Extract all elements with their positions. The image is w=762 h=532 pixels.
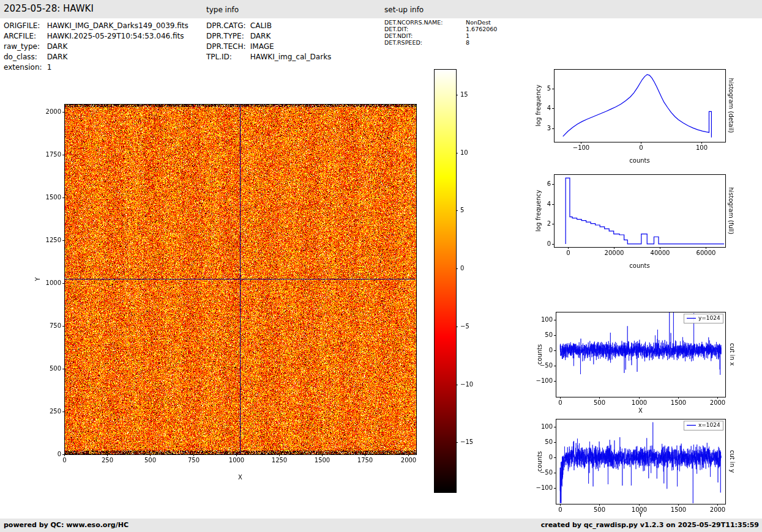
field-value: DARK [47,53,67,61]
field-label: extension: [4,62,45,73]
field-value: HAWKI_img_cal_Darks [250,53,332,61]
meta-row-det-rspeed: DET.RSPEED: 8 [384,39,497,46]
meta-row-dpr-catg: DPR.CATG: CALIB [206,21,331,31]
footer-powered-by: powered by QC: www.eso.org/HC [4,521,129,529]
histogram-detail-plot [526,58,747,171]
meta-row-raw-type: raw_type: DARK [4,42,189,52]
field-label: DPR.TECH: [206,42,248,52]
field-label: DPR.TYPE: [206,31,248,42]
field-value: 8 [466,39,469,46]
field-value: DARK [250,32,271,40]
field-value: HAWKI.2025-05-29T10:54:53.046.fits [47,32,184,40]
setup-info-heading: set-up info [384,6,424,14]
field-label: TPL.ID: [206,52,248,62]
field-label: do_class: [4,52,45,62]
cut-in-y-plot [526,407,747,519]
cut-in-x-plot [526,301,747,421]
footer-bar: powered by QC: www.eso.org/HC created by… [0,519,762,532]
field-label: DET.RSPEED: [384,39,464,46]
field-value: IMAGE [250,42,274,51]
meta-row-dpr-tech: DPR.TECH: IMAGE [206,42,331,52]
meta-row-det-dit: DET.DIT: 1.6762060 [384,26,497,32]
type-info-heading: type info [206,6,239,14]
meta-row-arcfile: ARCFILE: HAWKI.2025-05-29T10:54:53.046.f… [4,31,189,42]
field-label: DET.DIT: [384,26,464,32]
field-value: CALIB [250,21,272,30]
main-image-plot [21,78,425,488]
meta-row-extension: extension: 1 [4,62,189,73]
qc-report-page: 2025-05-28: HAWKI type info set-up info … [0,0,762,532]
field-label: ORIGFILE: [4,21,45,31]
field-label: DET.NDIT: [384,32,464,39]
colorbar [428,64,490,498]
field-label: DPR.CATG: [206,21,248,31]
field-value: 1 [47,63,52,72]
footer-created-by: created by qc_rawdisp.py v1.2.3 on 2025-… [541,521,759,529]
meta-row-dpr-type: DPR.TYPE: DARK [206,31,331,42]
field-label: DET.NCORRS.NAME: [384,19,464,26]
field-value: NonDest [466,19,491,26]
field-label: raw_type: [4,42,45,52]
meta-row-tpl-id: TPL.ID: HAWKI_img_cal_Darks [206,52,331,62]
meta-row-origfile: ORIGFILE: HAWKI_IMG_DARK_Darks149_0039.f… [4,21,189,31]
histogram-full-plot [526,163,747,276]
meta-row-do-class: do_class: DARK [4,52,189,62]
field-value: HAWKI_IMG_DARK_Darks149_0039.fits [47,21,189,30]
page-title: 2025-05-28: HAWKI [4,3,94,14]
file-info-block: ORIGFILE: HAWKI_IMG_DARK_Darks149_0039.f… [4,21,189,73]
field-value: 1.6762060 [466,26,497,32]
header-bar: 2025-05-28: HAWKI type info set-up info [0,0,762,18]
meta-row-det-ncorrs: DET.NCORRS.NAME: NonDest [384,19,497,26]
type-info-block: DPR.CATG: CALIB DPR.TYPE: DARK DPR.TECH:… [206,21,331,62]
field-label: ARCFILE: [4,31,45,42]
field-value: 1 [466,32,469,39]
setup-info-block: DET.NCORRS.NAME: NonDest DET.DIT: 1.6762… [384,19,497,46]
field-value: DARK [47,42,67,51]
meta-row-det-ndit: DET.NDIT: 1 [384,32,497,39]
